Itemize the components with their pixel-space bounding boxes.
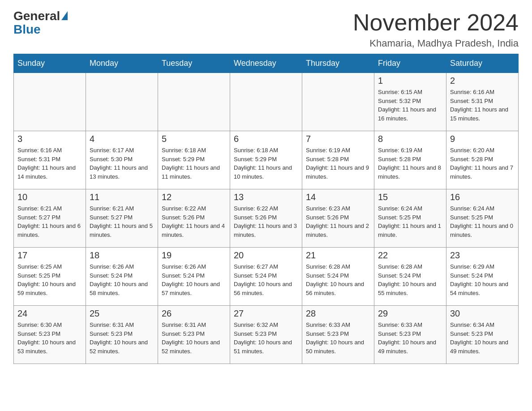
day-info: Sunrise: 6:25 AMSunset: 5:25 PMDaylight:… — [17, 262, 82, 297]
calendar-cell: 27Sunrise: 6:32 AMSunset: 5:23 PMDayligh… — [230, 306, 302, 364]
calendar-cell — [14, 73, 86, 131]
day-number: 15 — [378, 192, 442, 202]
day-headers-row: SundayMondayTuesdayWednesdayThursdayFrid… — [14, 54, 519, 73]
day-info: Sunrise: 6:19 AMSunset: 5:28 PMDaylight:… — [306, 146, 370, 181]
day-number: 11 — [90, 192, 154, 202]
calendar-cell — [230, 73, 302, 131]
calendar-cell: 11Sunrise: 6:21 AMSunset: 5:27 PMDayligh… — [86, 189, 158, 248]
day-info: Sunrise: 6:31 AMSunset: 5:23 PMDaylight:… — [90, 321, 154, 355]
day-number: 3 — [17, 134, 82, 144]
calendar-cell: 30Sunrise: 6:34 AMSunset: 5:23 PMDayligh… — [446, 306, 519, 364]
title-section: November 2024 Khamaria, Madhya Pradesh, … — [353, 9, 519, 49]
calendar-cell — [86, 73, 158, 131]
week-row-3: 10Sunrise: 6:21 AMSunset: 5:27 PMDayligh… — [14, 189, 519, 248]
day-number: 9 — [450, 134, 515, 144]
calendar-cell: 8Sunrise: 6:19 AMSunset: 5:28 PMDaylight… — [374, 131, 446, 189]
day-number: 19 — [162, 250, 226, 261]
day-number: 13 — [234, 192, 298, 202]
calendar-cell: 25Sunrise: 6:31 AMSunset: 5:23 PMDayligh… — [86, 306, 158, 364]
day-number: 1 — [378, 76, 442, 86]
day-info: Sunrise: 6:22 AMSunset: 5:26 PMDaylight:… — [162, 204, 226, 239]
day-header-wednesday: Wednesday — [230, 54, 302, 73]
calendar-cell: 22Sunrise: 6:28 AMSunset: 5:24 PMDayligh… — [374, 248, 446, 306]
day-info: Sunrise: 6:22 AMSunset: 5:26 PMDaylight:… — [234, 204, 298, 239]
calendar-cell: 24Sunrise: 6:30 AMSunset: 5:23 PMDayligh… — [14, 306, 86, 364]
day-info: Sunrise: 6:16 AMSunset: 5:31 PMDaylight:… — [17, 146, 82, 181]
calendar-cell: 14Sunrise: 6:23 AMSunset: 5:26 PMDayligh… — [302, 189, 374, 248]
calendar-cell: 28Sunrise: 6:33 AMSunset: 5:23 PMDayligh… — [302, 306, 374, 364]
calendar-cell: 2Sunrise: 6:16 AMSunset: 5:31 PMDaylight… — [446, 73, 519, 131]
day-number: 24 — [17, 308, 82, 319]
calendar-cell: 29Sunrise: 6:33 AMSunset: 5:23 PMDayligh… — [374, 306, 446, 364]
day-number: 27 — [234, 308, 298, 319]
calendar-cell — [158, 73, 230, 131]
calendar-cell: 21Sunrise: 6:28 AMSunset: 5:24 PMDayligh… — [302, 248, 374, 306]
calendar-cell: 9Sunrise: 6:20 AMSunset: 5:28 PMDaylight… — [446, 131, 519, 189]
day-info: Sunrise: 6:15 AMSunset: 5:32 PMDaylight:… — [378, 88, 442, 123]
day-header-monday: Monday — [86, 54, 158, 73]
day-number: 16 — [450, 192, 515, 202]
day-number: 29 — [378, 308, 442, 319]
calendar-cell: 6Sunrise: 6:18 AMSunset: 5:29 PMDaylight… — [230, 131, 302, 189]
day-info: Sunrise: 6:34 AMSunset: 5:23 PMDaylight:… — [450, 321, 515, 355]
day-number: 28 — [306, 308, 370, 319]
day-info: Sunrise: 6:24 AMSunset: 5:25 PMDaylight:… — [450, 204, 515, 239]
day-number: 26 — [162, 308, 226, 319]
day-info: Sunrise: 6:26 AMSunset: 5:24 PMDaylight:… — [162, 262, 226, 297]
calendar-cell: 7Sunrise: 6:19 AMSunset: 5:28 PMDaylight… — [302, 131, 374, 189]
day-info: Sunrise: 6:21 AMSunset: 5:27 PMDaylight:… — [17, 204, 82, 239]
day-info: Sunrise: 6:18 AMSunset: 5:29 PMDaylight:… — [162, 146, 226, 181]
day-number: 25 — [90, 308, 154, 319]
calendar-cell: 26Sunrise: 6:31 AMSunset: 5:23 PMDayligh… — [158, 306, 230, 364]
calendar-cell: 3Sunrise: 6:16 AMSunset: 5:31 PMDaylight… — [14, 131, 86, 189]
day-info: Sunrise: 6:26 AMSunset: 5:24 PMDaylight:… — [90, 262, 154, 297]
day-info: Sunrise: 6:16 AMSunset: 5:31 PMDaylight:… — [450, 88, 515, 123]
calendar-cell — [302, 73, 374, 131]
day-info: Sunrise: 6:28 AMSunset: 5:24 PMDaylight:… — [306, 262, 370, 297]
day-header-saturday: Saturday — [446, 54, 519, 73]
day-info: Sunrise: 6:29 AMSunset: 5:24 PMDaylight:… — [450, 262, 515, 297]
day-header-thursday: Thursday — [302, 54, 374, 73]
logo-general-text: General — [13, 9, 60, 23]
day-number: 2 — [450, 76, 515, 86]
day-info: Sunrise: 6:30 AMSunset: 5:23 PMDaylight:… — [17, 321, 82, 355]
calendar-cell: 17Sunrise: 6:25 AMSunset: 5:25 PMDayligh… — [14, 248, 86, 306]
calendar-cell: 1Sunrise: 6:15 AMSunset: 5:32 PMDaylight… — [374, 73, 446, 131]
day-number: 21 — [306, 250, 370, 261]
day-info: Sunrise: 6:19 AMSunset: 5:28 PMDaylight:… — [378, 146, 442, 181]
day-number: 6 — [234, 134, 298, 144]
day-info: Sunrise: 6:20 AMSunset: 5:28 PMDaylight:… — [450, 146, 515, 181]
day-header-sunday: Sunday — [14, 54, 86, 73]
week-row-1: 1Sunrise: 6:15 AMSunset: 5:32 PMDaylight… — [14, 73, 519, 131]
day-header-friday: Friday — [374, 54, 446, 73]
week-row-5: 24Sunrise: 6:30 AMSunset: 5:23 PMDayligh… — [14, 306, 519, 364]
day-info: Sunrise: 6:21 AMSunset: 5:27 PMDaylight:… — [90, 204, 154, 239]
day-info: Sunrise: 6:28 AMSunset: 5:24 PMDaylight:… — [378, 262, 442, 297]
day-number: 8 — [378, 134, 442, 144]
day-number: 12 — [162, 192, 226, 202]
calendar-cell: 20Sunrise: 6:27 AMSunset: 5:24 PMDayligh… — [230, 248, 302, 306]
day-number: 5 — [162, 134, 226, 144]
calendar-cell: 4Sunrise: 6:17 AMSunset: 5:30 PMDaylight… — [86, 131, 158, 189]
day-number: 10 — [17, 192, 82, 202]
day-number: 18 — [90, 250, 154, 261]
day-info: Sunrise: 6:31 AMSunset: 5:23 PMDaylight:… — [162, 321, 226, 355]
day-number: 30 — [450, 308, 515, 319]
day-info: Sunrise: 6:24 AMSunset: 5:25 PMDaylight:… — [378, 204, 442, 239]
calendar-cell: 10Sunrise: 6:21 AMSunset: 5:27 PMDayligh… — [14, 189, 86, 248]
day-info: Sunrise: 6:23 AMSunset: 5:26 PMDaylight:… — [306, 204, 370, 239]
day-info: Sunrise: 6:18 AMSunset: 5:29 PMDaylight:… — [234, 146, 298, 181]
calendar-table: SundayMondayTuesdayWednesdayThursdayFrid… — [13, 54, 519, 364]
day-info: Sunrise: 6:32 AMSunset: 5:23 PMDaylight:… — [234, 321, 298, 355]
calendar-cell: 12Sunrise: 6:22 AMSunset: 5:26 PMDayligh… — [158, 189, 230, 248]
day-number: 20 — [234, 250, 298, 261]
calendar-cell: 18Sunrise: 6:26 AMSunset: 5:24 PMDayligh… — [86, 248, 158, 306]
day-number: 23 — [450, 250, 515, 261]
logo-blue-text: Blue — [13, 22, 41, 37]
day-info: Sunrise: 6:17 AMSunset: 5:30 PMDaylight:… — [90, 146, 154, 181]
calendar-cell: 23Sunrise: 6:29 AMSunset: 5:24 PMDayligh… — [446, 248, 519, 306]
calendar-cell: 19Sunrise: 6:26 AMSunset: 5:24 PMDayligh… — [158, 248, 230, 306]
day-number: 22 — [378, 250, 442, 261]
day-info: Sunrise: 6:27 AMSunset: 5:24 PMDaylight:… — [234, 262, 298, 297]
calendar-cell: 16Sunrise: 6:24 AMSunset: 5:25 PMDayligh… — [446, 189, 519, 248]
